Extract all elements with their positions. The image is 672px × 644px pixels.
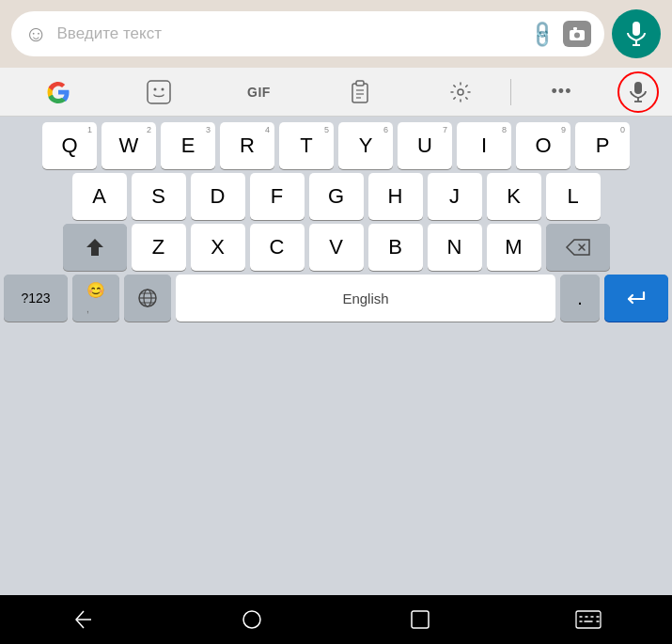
toolbar-mic-circle[interactable] bbox=[617, 71, 659, 113]
keyboard-row-2: ASDFGHJKL bbox=[4, 173, 668, 220]
globe-key[interactable] bbox=[124, 275, 171, 322]
sticker-icon[interactable] bbox=[108, 68, 209, 116]
keyboard-row-3: ZXCVBNM bbox=[4, 224, 668, 271]
key-o[interactable]: 9O bbox=[516, 122, 570, 169]
key-v[interactable]: V bbox=[309, 224, 364, 271]
key-e[interactable]: 3E bbox=[161, 122, 215, 169]
key-b[interactable]: B bbox=[368, 224, 423, 271]
svg-rect-3 bbox=[633, 22, 640, 36]
svg-rect-2 bbox=[573, 27, 577, 30]
shift-key[interactable] bbox=[63, 224, 127, 271]
key-l[interactable]: L bbox=[546, 173, 601, 220]
svg-rect-10 bbox=[356, 81, 364, 86]
key-p[interactable]: 0P bbox=[575, 122, 630, 169]
keyboard-toolbar: GIF ••• bbox=[0, 68, 672, 117]
svg-rect-26 bbox=[412, 611, 429, 628]
gif-button[interactable]: GIF bbox=[209, 68, 309, 116]
svg-point-8 bbox=[161, 87, 164, 90]
svg-point-25 bbox=[243, 611, 260, 628]
key-w[interactable]: 2W bbox=[102, 122, 156, 169]
enter-key[interactable] bbox=[604, 275, 668, 322]
keyboard-row-1: 1Q2W3E4R5T6Y7U8I9O0P bbox=[4, 122, 668, 169]
key-r[interactable]: 4R bbox=[220, 122, 274, 169]
key-m[interactable]: M bbox=[487, 224, 541, 271]
period-key[interactable]: . bbox=[560, 275, 600, 322]
key-z[interactable]: Z bbox=[132, 224, 186, 271]
settings-icon[interactable] bbox=[410, 68, 510, 116]
svg-rect-27 bbox=[576, 611, 601, 628]
key-a[interactable]: A bbox=[72, 173, 127, 220]
key-s[interactable]: S bbox=[132, 173, 186, 220]
voice-mic-button[interactable] bbox=[612, 9, 661, 58]
key-f[interactable]: F bbox=[250, 173, 305, 220]
svg-rect-15 bbox=[634, 82, 642, 94]
recents-nav-icon[interactable] bbox=[399, 599, 441, 640]
more-options-icon[interactable]: ••• bbox=[511, 68, 612, 116]
keyboard-nav-icon[interactable] bbox=[568, 599, 609, 640]
clipboard-icon[interactable] bbox=[309, 68, 410, 116]
input-placeholder: Введите текст bbox=[57, 24, 521, 43]
nav-bar bbox=[0, 595, 672, 644]
input-field-wrapper[interactable]: ☺ Введите текст 🔗 bbox=[11, 11, 604, 56]
keyboard-area: 1Q2W3E4R5T6Y7U8I9O0P ASDFGHJKL ZXCVBNM ?… bbox=[0, 117, 672, 595]
toolbar-mic-button[interactable] bbox=[612, 68, 664, 116]
key-i[interactable]: 8I bbox=[457, 122, 511, 169]
camera-icon[interactable] bbox=[563, 21, 591, 47]
emoji-icon[interactable]: ☺ bbox=[24, 21, 48, 47]
delete-key[interactable] bbox=[546, 224, 610, 271]
key-t[interactable]: 5T bbox=[279, 122, 334, 169]
space-key[interactable]: English bbox=[176, 275, 555, 322]
keyboard-row-4: ?123 😊, English . bbox=[4, 275, 668, 322]
key-q[interactable]: 1Q bbox=[42, 122, 97, 169]
key-c[interactable]: C bbox=[250, 224, 305, 271]
key-x[interactable]: X bbox=[191, 224, 245, 271]
svg-point-14 bbox=[458, 89, 463, 95]
key-n[interactable]: N bbox=[428, 224, 482, 271]
attach-icon[interactable]: 🔗 bbox=[525, 18, 558, 51]
key-u[interactable]: 7U bbox=[398, 122, 452, 169]
key-g[interactable]: G bbox=[309, 173, 364, 220]
svg-point-7 bbox=[153, 87, 156, 90]
input-bar: ☺ Введите текст 🔗 bbox=[0, 0, 672, 68]
back-nav-icon[interactable] bbox=[63, 599, 104, 640]
google-search-icon[interactable] bbox=[8, 68, 108, 116]
svg-rect-6 bbox=[148, 81, 170, 103]
num-sym-key[interactable]: ?123 bbox=[4, 275, 68, 322]
key-k[interactable]: K bbox=[487, 173, 541, 220]
key-h[interactable]: H bbox=[368, 173, 423, 220]
svg-point-1 bbox=[574, 33, 580, 39]
svg-rect-9 bbox=[352, 84, 367, 102]
key-d[interactable]: D bbox=[191, 173, 245, 220]
key-j[interactable]: J bbox=[428, 173, 482, 220]
home-nav-icon[interactable] bbox=[231, 599, 273, 640]
key-y[interactable]: 6Y bbox=[338, 122, 393, 169]
emoji-key[interactable]: 😊, bbox=[72, 275, 119, 322]
